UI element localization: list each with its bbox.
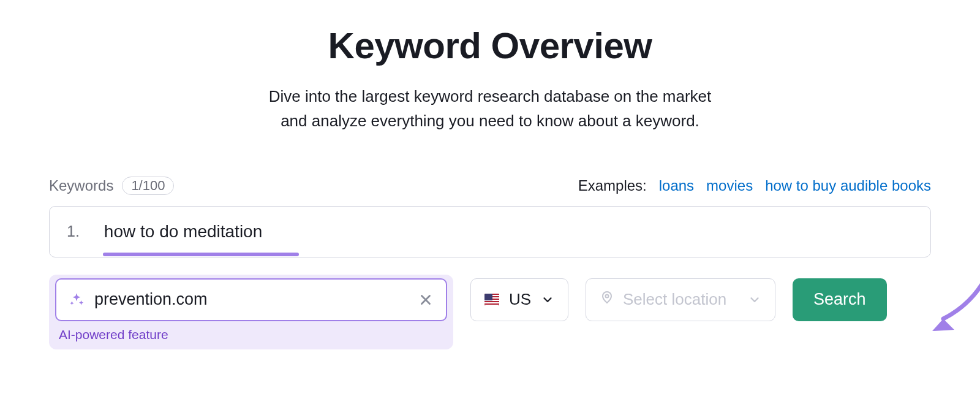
keywords-label: Keywords (49, 177, 113, 194)
example-link-loans[interactable]: loans (659, 177, 694, 194)
keyword-overview-panel: Keyword Overview Dive into the largest k… (49, 0, 931, 349)
example-link-movies[interactable]: movies (706, 177, 753, 194)
search-button[interactable]: Search (793, 278, 887, 321)
location-placeholder: Select location (623, 290, 726, 309)
domain-input-wrapper[interactable] (55, 278, 447, 321)
keyword-input-box[interactable]: 1. (49, 206, 931, 257)
ai-domain-block: AI-powered feature (49, 275, 453, 349)
country-select[interactable]: US (470, 278, 568, 321)
country-label: US (509, 290, 531, 309)
chevron-down-icon (748, 293, 761, 307)
examples-group: Examples: loans movies how to buy audibl… (578, 177, 931, 194)
us-flag-icon (484, 294, 499, 306)
page-title: Keyword Overview (49, 25, 931, 67)
ai-feature-caption: AI-powered feature (55, 321, 447, 343)
subtitle-line-1: Dive into the largest keyword research d… (269, 87, 712, 105)
highlight-underline (103, 253, 299, 256)
subtitle-line-2: and analyze everything you need to know … (281, 112, 699, 130)
sparkle-icon (69, 292, 85, 308)
location-pin-icon (600, 290, 614, 309)
location-select[interactable]: Select location (586, 278, 775, 321)
keywords-header-row: Keywords 1/100 Examples: loans movies ho… (49, 177, 931, 195)
clear-domain-button[interactable] (418, 292, 434, 308)
svg-point-0 (606, 295, 609, 298)
keywords-count-pill: 1/100 (122, 177, 174, 195)
keyword-text-wrap (104, 222, 913, 242)
page-subtitle: Dive into the largest keyword research d… (49, 84, 931, 134)
chevron-down-icon (541, 293, 554, 307)
controls-row: AI-powered feature US Select location (49, 275, 931, 349)
keyword-input[interactable] (104, 222, 913, 242)
examples-label: Examples: (578, 177, 647, 194)
domain-input[interactable] (94, 290, 408, 309)
keyword-row-number: 1. (67, 223, 80, 240)
annotation-arrow (925, 184, 980, 337)
keywords-label-group: Keywords 1/100 (49, 177, 174, 195)
example-link-audible[interactable]: how to buy audible books (765, 177, 931, 194)
